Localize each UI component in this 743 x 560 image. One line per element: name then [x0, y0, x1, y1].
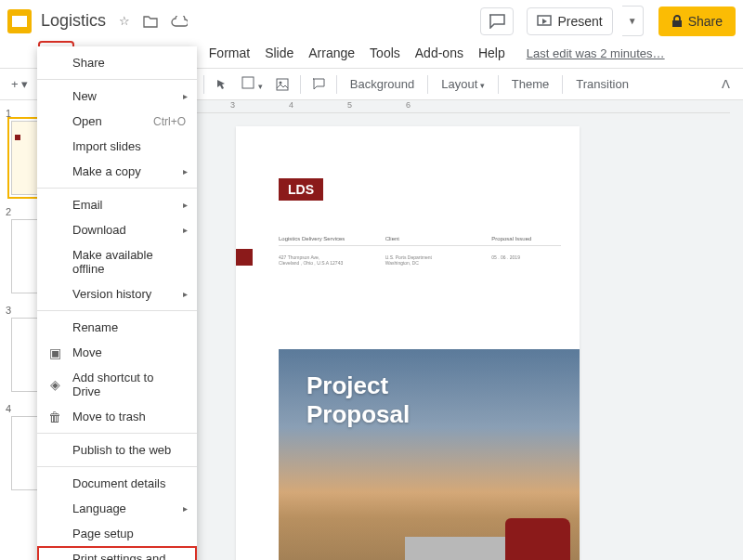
drive-icon: ◈ [46, 377, 63, 392]
file-print-preview[interactable]: Print settings and preview [37, 546, 197, 560]
transition-button[interactable]: Transition [568, 73, 636, 95]
menu-arrange[interactable]: Arrange [302, 42, 361, 64]
truck-illustration [403, 498, 570, 560]
menu-addons[interactable]: Add-ons [409, 42, 470, 64]
move-folder-icon[interactable] [139, 13, 162, 30]
info-details: 427 Thompson Ave,Cleveland , Ohio , U.S.… [279, 254, 561, 266]
insert-image-icon[interactable] [270, 74, 294, 95]
file-page-setup[interactable]: Page setup [37, 521, 197, 546]
cloud-status-icon[interactable] [167, 14, 191, 29]
slides-app-icon[interactable] [7, 9, 32, 33]
title-bar: Logistics ☆ Present ▼ Share [0, 0, 743, 42]
select-tool-icon[interactable] [210, 74, 234, 95]
textbox-tool-icon[interactable] [236, 72, 268, 96]
last-edit-link[interactable]: Last edit was 2 minutes… [527, 46, 665, 60]
comments-button[interactable] [480, 7, 514, 35]
logo: LDS [279, 178, 323, 201]
file-add-shortcut[interactable]: ◈Add shortcut to Drive [37, 365, 197, 404]
file-details[interactable]: Document details [37, 471, 197, 496]
comment-tool-icon[interactable] [306, 74, 331, 95]
menu-tools[interactable]: Tools [363, 42, 407, 64]
accent-block [236, 249, 253, 266]
file-share[interactable]: Share [37, 50, 197, 75]
file-download[interactable]: Download [37, 217, 197, 242]
lock-icon [671, 15, 683, 28]
present-icon [537, 15, 552, 28]
hero-title: Project Proposal [306, 371, 410, 429]
file-version-history[interactable]: Version history [37, 281, 197, 306]
file-make-copy[interactable]: Make a copy [37, 159, 197, 184]
collapse-toolbar-icon[interactable]: ᐱ [714, 73, 737, 95]
present-label: Present [557, 14, 602, 29]
svg-rect-1 [672, 20, 682, 27]
file-menu-dropdown: Share New OpenCtrl+O Import slides Make … [37, 46, 197, 560]
file-rename[interactable]: Rename [37, 315, 197, 340]
menu-help[interactable]: Help [472, 42, 512, 64]
folder-icon: ▣ [46, 345, 63, 360]
menu-format[interactable]: Format [202, 42, 256, 64]
file-trash[interactable]: 🗑Move to trash [37, 404, 197, 429]
trash-icon: 🗑 [46, 410, 63, 424]
present-button[interactable]: Present [527, 7, 612, 35]
file-email[interactable]: Email [37, 192, 197, 217]
svg-rect-3 [277, 79, 288, 90]
slide-canvas[interactable]: LDS Logistics Delivery Services Client P… [236, 126, 580, 560]
theme-button[interactable]: Theme [504, 73, 556, 95]
new-slide-button[interactable]: + ▾ [6, 73, 33, 95]
layout-button[interactable]: Layout [434, 73, 492, 95]
file-publish[interactable]: Publish to the web [37, 437, 197, 462]
share-label: Share [688, 14, 723, 29]
hero-image: Project Proposal [279, 349, 580, 560]
svg-point-4 [279, 81, 281, 84]
file-offline[interactable]: Make available offline [37, 242, 197, 281]
present-dropdown[interactable]: ▼ [622, 6, 644, 36]
svg-rect-2 [242, 77, 254, 88]
file-import[interactable]: Import slides [37, 134, 197, 159]
share-button[interactable]: Share [658, 7, 736, 36]
file-new[interactable]: New [37, 84, 197, 109]
background-button[interactable]: Background [343, 73, 422, 95]
menu-slide[interactable]: Slide [258, 42, 300, 64]
info-headers: Logistics Delivery Services Client Propo… [279, 236, 561, 246]
file-open[interactable]: OpenCtrl+O [37, 109, 197, 134]
star-icon[interactable]: ☆ [115, 12, 134, 30]
document-name[interactable]: Logistics [37, 11, 110, 31]
file-language[interactable]: Language [37, 496, 197, 521]
file-move[interactable]: ▣Move [37, 340, 197, 365]
